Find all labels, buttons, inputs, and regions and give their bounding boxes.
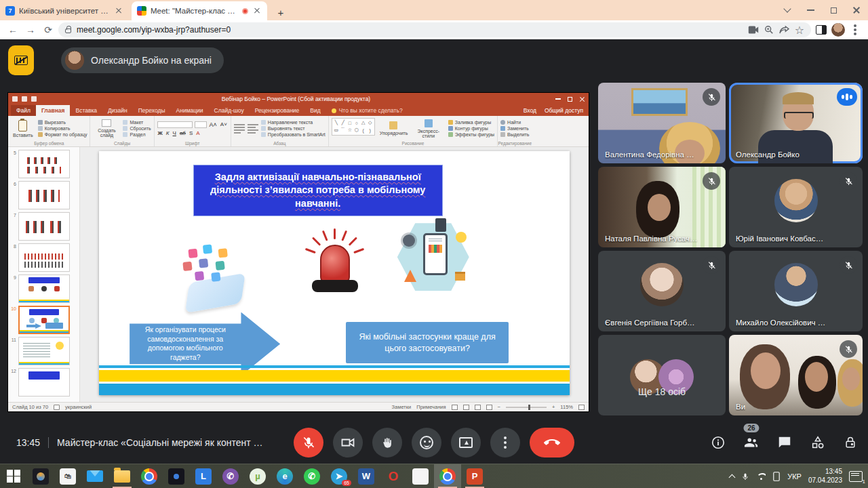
replace-button[interactable]: Заменить (500, 126, 529, 131)
format-painter-button[interactable]: Формат по образцу (38, 132, 87, 137)
text-shadow-button[interactable]: S (189, 130, 193, 136)
ppt-tab-animations[interactable]: Анимации (171, 105, 209, 116)
on-screen-pill[interactable]: Олександр Бойко на екрані (61, 47, 224, 73)
ppt-tab-transitions[interactable]: Переходы (133, 105, 171, 116)
tray-mic-icon[interactable] (741, 472, 749, 481)
thumbnail-slide-9[interactable]: 9 (9, 274, 77, 303)
new-slide-button[interactable]: Создать слайд (93, 118, 120, 139)
taskbar-app-utorrent[interactable]: µ (244, 464, 271, 488)
cut-button[interactable]: Вырезать (38, 120, 87, 125)
camera-toggle-button[interactable] (333, 428, 363, 458)
ppt-signin[interactable]: Вход (524, 107, 536, 114)
font-color-button[interactable]: А (195, 130, 200, 136)
taskbar-app-whatsapp[interactable]: ✆ (298, 464, 326, 488)
tile-natalia[interactable]: Наталя Павлівна Русач… (598, 167, 726, 247)
spellcheck-icon[interactable] (54, 405, 60, 410)
maximize-button[interactable] (822, 0, 845, 20)
tile-more-participants[interactable]: Ще 18 осіб (598, 335, 726, 415)
presentation-chip[interactable] (8, 45, 34, 75)
thumbnail-slide-12[interactable]: 12 (9, 368, 77, 396)
smartart-button[interactable]: Преобразовать в SmartArt (261, 132, 326, 137)
ppt-tab-slideshow[interactable]: Слайд-шоу (209, 105, 250, 116)
ppt-tab-design[interactable]: Дизайн (102, 105, 133, 116)
arrange-button[interactable]: Упорядочить (378, 118, 409, 139)
ppt-tab-review[interactable]: Рецензирование (250, 105, 305, 116)
strikethrough-button[interactable]: аб (179, 130, 186, 136)
shape-effects-button[interactable]: Эффекты фигуры (448, 132, 494, 137)
view-slideshow-icon[interactable] (486, 405, 492, 410)
taskbar-app-opera[interactable]: O (380, 464, 407, 488)
share-icon[interactable] (779, 26, 789, 35)
reset-button[interactable]: Сбросить (123, 126, 151, 131)
taskbar-app-chrome-profile[interactable] (434, 464, 461, 488)
save-icon[interactable] (12, 96, 18, 102)
host-controls-button[interactable] (844, 435, 857, 450)
meeting-details-button[interactable] (711, 435, 726, 450)
text-direction-button[interactable]: Направление текста (261, 120, 326, 125)
taskbar-app-viber[interactable]: ✆ (217, 464, 244, 488)
question-box-shape[interactable]: Які мобільні застосунки краще для цього … (346, 322, 508, 363)
redo-icon[interactable] (31, 96, 37, 102)
taskbar-app-browser-dark[interactable] (27, 464, 54, 488)
view-reading-icon[interactable] (475, 405, 481, 410)
find-button[interactable]: Найти (500, 120, 529, 125)
activities-button[interactable] (810, 435, 826, 450)
slide-heading[interactable]: Задля активізації навчально-пізнавальної… (193, 165, 443, 217)
thumbnail-slide-6[interactable]: 6 (9, 181, 77, 209)
tile-mykhailo[interactable]: Михайло Олексійович … (729, 251, 863, 331)
taskbar-app-notepad[interactable] (407, 464, 434, 488)
thumbnail-slide-7[interactable]: 7 (9, 212, 77, 241)
shape-fill-button[interactable]: Заливка фигуры (448, 120, 494, 125)
taskbar-app-photos[interactable] (163, 464, 190, 488)
chat-button[interactable] (777, 435, 792, 450)
taskbar-app-mail[interactable] (81, 464, 108, 488)
select-button[interactable]: Выделить (500, 132, 529, 137)
tile-valentyna[interactable]: Валентина Федорівна … (598, 83, 726, 163)
fit-slide-icon[interactable] (578, 405, 585, 410)
align-text-button[interactable]: Выровнять текст (261, 126, 326, 131)
close-button[interactable] (845, 0, 868, 20)
new-tab-button[interactable]: + (273, 4, 289, 20)
start-button[interactable] (0, 464, 27, 488)
language-indicator[interactable]: украинский (65, 404, 92, 410)
tab-meet[interactable]: Meet: "Майстер-клас «Соці (132, 1, 267, 20)
shapes-gallery[interactable]: ╲╱□○△◇ ▭⌒☆⬡() (332, 118, 375, 136)
thumbnail-slide-11[interactable]: 11 (9, 337, 77, 365)
present-screen-button[interactable] (451, 428, 481, 458)
taskbar-app-explorer[interactable] (108, 464, 136, 488)
paste-button[interactable]: Вставить (11, 118, 35, 139)
copy-button[interactable]: Копировать (38, 126, 87, 131)
zoom-out-button[interactable]: − (498, 404, 500, 410)
font-name-box[interactable] (157, 121, 193, 128)
taskbar-app-powerpoint[interactable]: P (461, 464, 488, 488)
tile-yevhenia[interactable]: Євгенія Сергіївна Горб… (598, 251, 726, 331)
raise-hand-button[interactable] (372, 428, 402, 458)
ppt-tab-insert[interactable]: Вставка (70, 105, 102, 116)
quick-styles-button[interactable]: Экспресс-стили (412, 118, 446, 139)
layout-button[interactable]: Макет (123, 120, 151, 125)
zoom-in-button[interactable]: + (552, 404, 555, 410)
italic-button[interactable]: К (165, 130, 170, 136)
comments-button[interactable]: Примечания (416, 404, 446, 410)
ppt-tab-home[interactable]: Главная (36, 105, 71, 116)
reactions-button[interactable] (412, 428, 441, 458)
browser-avatar[interactable] (831, 23, 845, 37)
language-indicator[interactable]: УКР (787, 472, 802, 481)
tray-network-icon[interactable] (756, 473, 766, 480)
align-icons[interactable] (248, 118, 258, 139)
tile-you[interactable]: Ви (729, 335, 863, 415)
slide-edit-area[interactable]: Задля активізації навчально-пізнавальної… (80, 147, 589, 402)
taskbar-app-telegram[interactable]: ➤65 (326, 464, 353, 488)
end-call-button[interactable] (530, 428, 574, 458)
taskbar-app-lightshot[interactable]: L (190, 464, 217, 488)
ppt-tab-view[interactable]: Вид (304, 105, 326, 116)
taskbar-app-edge[interactable]: e (271, 464, 298, 488)
bullets-icon[interactable] (234, 118, 245, 139)
browser-menu-icon[interactable] (848, 22, 863, 37)
address-bar[interactable]: meet.google.com/yip-wxba-jrp?authuser=0 … (58, 22, 811, 37)
reload-button[interactable]: ⟳ (41, 22, 56, 37)
tile-yurii[interactable]: Юрій Іванович Ковбас… (729, 167, 863, 247)
tab-university[interactable]: 7 Київський університет імені Бор (0, 1, 129, 20)
zoom-icon[interactable] (764, 25, 774, 35)
forward-button[interactable]: → (23, 22, 38, 37)
